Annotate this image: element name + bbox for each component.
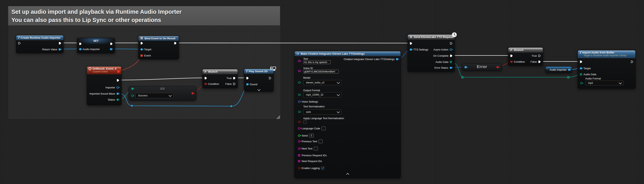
node-equal-enum[interactable]: == Success	[128, 86, 196, 101]
reroute-node-audiodata-1[interactable]	[461, 76, 464, 78]
audio-format-dropdown[interactable]: mp3	[585, 81, 624, 85]
error-status-pin[interactable]	[450, 67, 452, 69]
next-text-pin[interactable]	[298, 148, 300, 150]
equal-input-b-pin[interactable]	[131, 95, 134, 97]
voice-id-input[interactable]	[303, 70, 339, 73]
output-row: Chatbot Integrator Eleven Labs TTSSettin…	[344, 57, 398, 61]
exec-out-pin[interactable]	[631, 60, 634, 63]
equal-value-dropdown[interactable]: Success	[135, 93, 174, 98]
audio-importer-getter-pin[interactable]	[568, 69, 570, 71]
voice-id-pin[interactable]	[298, 70, 300, 72]
false-exec-pin[interactable]	[538, 60, 541, 63]
equal-operator: ==	[129, 86, 196, 91]
output-format-pin[interactable]	[298, 94, 300, 96]
exec-in-pin[interactable]	[18, 42, 21, 44]
target-pin[interactable]	[580, 67, 582, 69]
audio-data-array-pin[interactable]	[580, 73, 582, 75]
next-text-input[interactable]	[314, 147, 318, 151]
delegate-out-pin[interactable]	[117, 70, 120, 73]
exec-out-pin[interactable]	[110, 42, 113, 45]
exec-in-pin[interactable]	[510, 54, 513, 57]
exec-out-pin[interactable]	[59, 42, 61, 44]
audio-importer-in-pin[interactable]	[79, 48, 81, 50]
sound-pin[interactable]	[246, 83, 248, 85]
status-pin[interactable]	[116, 99, 119, 101]
exec-in-pin[interactable]	[580, 60, 582, 63]
importer-pin[interactable]	[116, 86, 119, 89]
chevron-down-icon[interactable]	[257, 88, 260, 91]
previous-request-ids-array-pin[interactable]	[298, 154, 300, 157]
seed-input[interactable]	[309, 134, 314, 138]
text-input[interactable]	[303, 60, 330, 64]
text-pin[interactable]	[298, 60, 300, 62]
node-play-sound-2d[interactable]: f Play Sound 2D Sound	[244, 69, 274, 92]
exec-in-pin[interactable]	[140, 42, 143, 44]
true-exec-pin[interactable]	[538, 54, 541, 57]
node-header: f Import Audio from Buffer Target is Run…	[578, 50, 636, 58]
node-send-elevenlabs-tts-request[interactable]: Send ElevenLabs TTS Request TTS Settings…	[408, 34, 455, 72]
model-dropdown[interactable]: eleven_turbo_v2	[303, 80, 342, 85]
target-pin[interactable]	[140, 48, 143, 50]
node-branch-1[interactable]: Branch True Condition False	[202, 69, 238, 88]
audio-importer-label: Audio Importer	[83, 48, 100, 51]
apply-language-checkbox[interactable]	[303, 120, 306, 124]
false-exec-pin[interactable]	[233, 83, 236, 85]
tts-settings-pin[interactable]	[410, 48, 412, 51]
set-title-row: SET	[77, 39, 115, 43]
node-set-audio-importer[interactable]: SET Audio Importer	[77, 38, 115, 53]
condition-pin[interactable]	[204, 83, 207, 85]
node-onresult-custom-event[interactable]: OnResult_Event_0 Custom Event Importer I…	[87, 66, 122, 105]
equal-result-pin[interactable]	[192, 92, 194, 94]
true-exec-pin[interactable]	[233, 77, 236, 79]
condition-pin[interactable]	[510, 61, 512, 63]
output-struct-pin[interactable]	[396, 58, 398, 60]
on-complete-exec-pin[interactable]	[450, 54, 452, 57]
enable-logging-checkbox[interactable]	[321, 167, 324, 170]
audio-format-pin[interactable]	[580, 82, 582, 84]
node-bind-event-to-on-result[interactable]: Bind Event to On Result Target Event	[138, 36, 179, 59]
previous-text-input[interactable]	[318, 140, 322, 143]
text-normalization-pin[interactable]	[298, 111, 300, 113]
reroute-node-soundwave-1[interactable]	[131, 105, 133, 107]
node-audio-importer-getter[interactable]: Audio Importer	[545, 66, 572, 73]
next-request-ids-array-pin[interactable]	[298, 160, 300, 162]
imported-sound-wave-pin[interactable]	[116, 93, 119, 95]
output-format-value: mp3_22050_32	[306, 93, 324, 96]
sound-row: Sound	[246, 82, 258, 86]
exec-in-pin[interactable]	[410, 42, 412, 45]
event-delegate-pin[interactable]	[140, 54, 143, 57]
audio-importer-out-pin[interactable]	[110, 48, 112, 50]
node-branch-2[interactable]: Branch True Condition False	[508, 47, 543, 66]
enable-logging-pin[interactable]	[298, 167, 300, 169]
error-output-pin[interactable]	[496, 66, 499, 68]
chevron-up-icon[interactable]	[346, 173, 349, 176]
node-import-audio-from-buffer[interactable]: f Import Audio from Buffer Target is Run…	[578, 50, 636, 89]
exec-in-pin[interactable]	[204, 77, 207, 79]
exec-out-pin[interactable]	[450, 42, 452, 45]
model-pin[interactable]	[298, 81, 300, 84]
output-format-dropdown[interactable]: mp3_22050_32	[303, 92, 342, 97]
reroute-node-audiodata-2[interactable]	[567, 76, 570, 78]
previous-text-pin[interactable]	[298, 140, 300, 143]
language-code-input[interactable]	[322, 127, 326, 130]
exec-in-pin[interactable]	[246, 77, 249, 79]
return-value-pin[interactable]	[58, 48, 61, 50]
async-action-pin[interactable]	[450, 48, 452, 51]
text-normalization-dropdown[interactable]: auto	[303, 109, 342, 115]
exec-out-pin[interactable]	[117, 79, 119, 82]
exec-out-pin[interactable]	[269, 77, 272, 79]
exec-out-pin[interactable]	[174, 42, 177, 44]
node-create-runtime-audio-importer[interactable]: f Create Runtime Audio Importer Return V…	[16, 35, 64, 53]
node-make-tts-settings[interactable]: Make Chatbot Integrator Eleven Labs TTSS…	[294, 51, 401, 178]
exec-in-pin[interactable]	[79, 42, 82, 45]
reroute-node-soundwave-2[interactable]	[230, 105, 232, 107]
node-error-getter[interactable]: Error	[462, 63, 502, 71]
apply-language-pin[interactable]	[298, 121, 300, 123]
audio-data-array-pin[interactable]	[450, 61, 452, 63]
language-code-pin[interactable]	[298, 127, 300, 130]
voice-settings-pin[interactable]	[298, 101, 300, 103]
tts-settings-label: TTS Settings	[413, 48, 428, 51]
seed-pin[interactable]	[298, 135, 300, 137]
blueprint-graph-canvas[interactable]: Set up audio import and playback via Run…	[0, 0, 644, 184]
equal-input-a-pin[interactable]	[131, 88, 134, 90]
